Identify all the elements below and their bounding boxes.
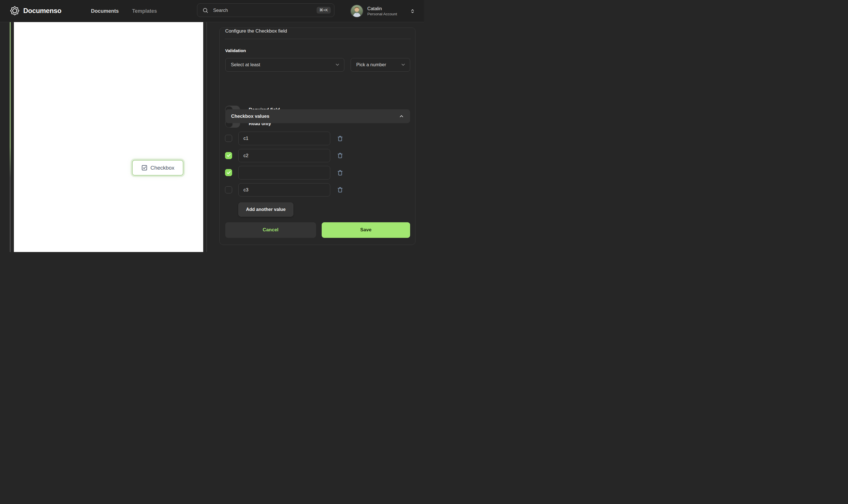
delete-value-button[interactable] <box>336 169 344 176</box>
cancel-button[interactable]: Cancel <box>225 222 316 238</box>
check-icon <box>226 153 231 158</box>
value-input[interactable] <box>238 166 330 180</box>
nav-documents[interactable]: Documents <box>91 0 119 22</box>
search-input[interactable]: Search ⌘+K <box>197 3 334 17</box>
accordion-label: Checkbox values <box>231 113 399 119</box>
account-name: Catalin <box>367 6 410 12</box>
account-type: Personal Account <box>367 12 410 17</box>
chevrons-up-down-icon <box>410 9 415 14</box>
value-row <box>225 183 410 197</box>
page-scroll-indicator[interactable] <box>10 22 11 252</box>
value-checkbox[interactable] <box>225 186 232 193</box>
brand: Documenso <box>10 6 62 16</box>
panel-title: Configure the Checkbox field <box>225 28 287 34</box>
delete-value-button[interactable] <box>336 152 344 159</box>
save-button[interactable]: Save <box>322 222 410 238</box>
header: Documenso Documents Templates Search ⌘+K <box>0 0 424 22</box>
delete-value-button[interactable] <box>336 186 344 193</box>
brand-name: Documenso <box>23 7 62 15</box>
field-widget-label: Checkbox <box>151 165 175 171</box>
account-menu-button[interactable]: Catalin Personal Account <box>350 2 415 20</box>
validation-count-value: Pick a number <box>356 62 400 67</box>
search-placeholder: Search <box>213 8 316 13</box>
trash-icon <box>337 186 344 193</box>
avatar <box>350 4 363 18</box>
chevron-down-icon <box>335 62 340 67</box>
value-row <box>225 132 410 145</box>
account-info: Catalin Personal Account <box>367 6 410 16</box>
validation-label: Validation <box>225 48 246 53</box>
checkbox-values-accordion[interactable]: Checkbox values <box>225 109 410 123</box>
check-icon <box>226 170 231 175</box>
trash-icon <box>337 135 344 142</box>
value-input[interactable] <box>238 132 330 145</box>
trash-icon <box>337 169 344 176</box>
trash-icon <box>337 152 344 159</box>
value-input[interactable] <box>238 149 330 163</box>
checkbox-values-list <box>225 132 410 200</box>
chevron-down-icon <box>400 62 406 67</box>
add-another-value-button[interactable]: Add another value <box>238 202 294 217</box>
delete-value-button[interactable] <box>336 135 344 142</box>
value-checkbox[interactable] <box>225 152 232 159</box>
value-checkbox[interactable] <box>225 135 232 142</box>
value-input[interactable] <box>238 183 330 197</box>
value-checkbox[interactable] <box>225 169 232 176</box>
document-page <box>14 22 203 252</box>
value-row <box>225 166 410 180</box>
panel-resize-divider <box>206 22 207 252</box>
field-config-panel: Configure the Checkbox field Validation … <box>219 28 416 245</box>
nav-templates[interactable]: Templates <box>132 0 157 22</box>
validation-rule-value: Select at least <box>231 62 335 67</box>
value-row <box>225 149 410 163</box>
validation-rule-select[interactable]: Select at least <box>225 58 344 72</box>
chevron-up-icon <box>399 113 404 119</box>
checkbox-field-widget[interactable]: Checkbox <box>132 160 184 176</box>
validation-count-select[interactable]: Pick a number <box>351 58 410 72</box>
search-shortcut-badge: ⌘+K <box>316 7 331 14</box>
app-root: Documenso Documents Templates Search ⌘+K <box>0 0 424 252</box>
search-icon <box>202 7 208 13</box>
divider <box>225 39 411 39</box>
square-check-icon <box>141 164 148 171</box>
documenso-logo-icon <box>10 6 20 16</box>
